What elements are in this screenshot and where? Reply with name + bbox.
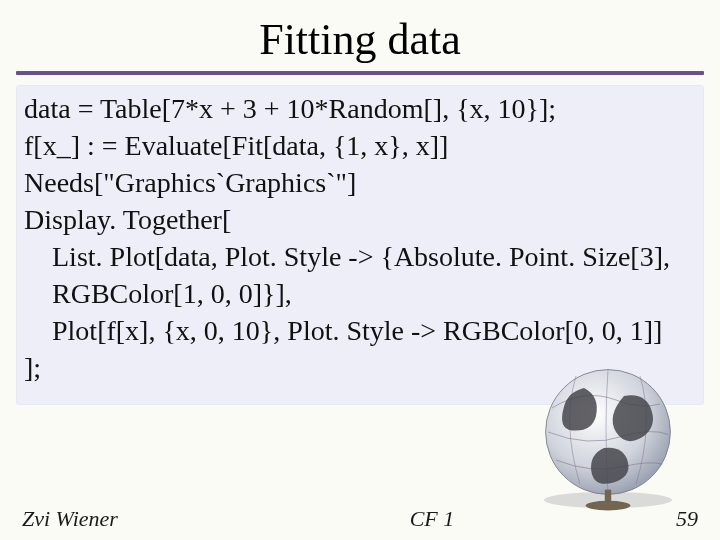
code-line: f[x_] : = Evaluate[Fit[data, {1, x}, x]] <box>24 128 696 165</box>
title-underline <box>16 71 704 75</box>
code-line: Needs["Graphics`Graphics`"] <box>24 165 696 202</box>
footer-center: CF 1 <box>188 506 676 532</box>
slide: Fitting data data = Table[7*x + 3 + 10*R… <box>0 0 720 540</box>
footer: Zvi Wiener CF 1 59 <box>0 506 720 532</box>
globe-icon <box>528 352 688 512</box>
code-line: Plot[f[x], {x, 0, 10}, Plot. Style -> RG… <box>24 313 696 350</box>
footer-page: 59 <box>676 506 698 532</box>
code-line: RGBColor[1, 0, 0]}], <box>24 276 696 313</box>
code-line: List. Plot[data, Plot. Style -> {Absolut… <box>24 239 696 276</box>
footer-author: Zvi Wiener <box>22 506 118 532</box>
code-line: Display. Together[ <box>24 202 696 239</box>
slide-title: Fitting data <box>0 0 720 71</box>
code-line: data = Table[7*x + 3 + 10*Random[], {x, … <box>24 91 696 128</box>
